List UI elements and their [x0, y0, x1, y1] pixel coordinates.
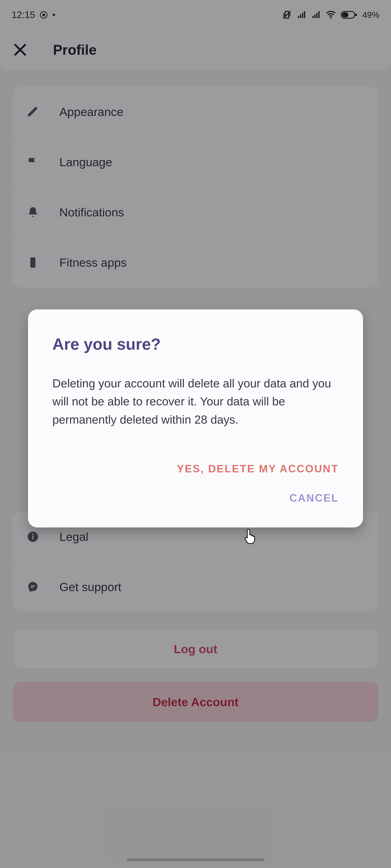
dialog-title: Are you sure? [52, 335, 339, 353]
dialog-body: Deleting your account will delete all yo… [52, 374, 339, 429]
home-indicator[interactable] [127, 858, 264, 861]
dialog-confirm-button[interactable]: YES, DELETE MY ACCOUNT [177, 463, 339, 475]
dialog-cancel-button[interactable]: CANCEL [290, 492, 339, 504]
confirm-delete-dialog: Are you sure? Deleting your account will… [28, 309, 363, 527]
